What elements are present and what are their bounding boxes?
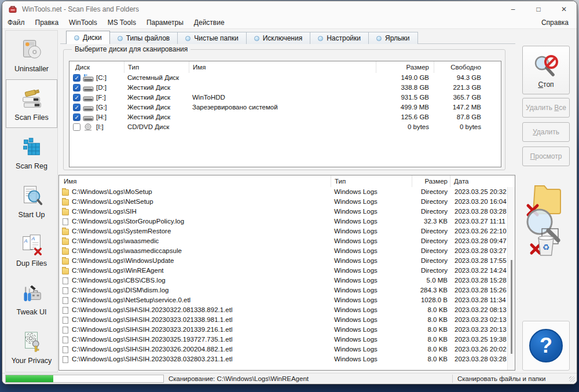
menu-options[interactable]: Параметры	[141, 17, 189, 28]
delete-all-button[interactable]: Удалить Все	[522, 98, 570, 118]
help-button[interactable]: ?	[522, 321, 570, 371]
file-icon	[63, 307, 68, 314]
recycle-bin-icon: ♻	[528, 233, 564, 261]
disk-checkbox[interactable]: ✓	[73, 84, 80, 91]
disk-checkbox[interactable]: ✓	[73, 94, 80, 101]
table-row[interactable]: C:\Windows\Logs\WinREAgentWindows LogsDi…	[59, 266, 515, 276]
disk-checkbox[interactable]: ✓	[73, 74, 80, 82]
file-icon	[63, 336, 68, 343]
table-row[interactable]: C:\Windows\Logs\SIH\SIH.20230328.032803.…	[59, 354, 515, 364]
drive-free: 221.3 GB	[434, 83, 501, 93]
table-row[interactable]: C:\Windows\Logs\SIH\SIH.20230323.201339.…	[59, 325, 515, 335]
file-path: C:\Windows\Logs\CBS\CBS.log	[72, 276, 166, 285]
col-name[interactable]: Имя	[59, 175, 331, 187]
table-row[interactable]: C:\Windows\Logs\SIHWindows LogsDirectory…	[59, 207, 515, 217]
table-row[interactable]: C:\Windows\Logs\NetSetup\service.0.etlWi…	[59, 295, 515, 305]
disk-row[interactable]: ✓ [F:] Жесткий Диск WinToHDD 931.5 GB 36…	[69, 93, 501, 102]
table-row[interactable]: C:\Windows\Logs\waasmedicWindows LogsDir…	[59, 236, 515, 246]
disk-checkbox[interactable]: ✓	[73, 113, 80, 121]
file-path: C:\Windows\Logs\DISM\dism.log	[72, 285, 168, 295]
tab-dot-icon	[185, 36, 190, 41]
file-date: 2023.03.20 16:04	[450, 197, 515, 207]
menu-mstools[interactable]: MS Tools	[102, 17, 141, 28]
col-size[interactable]: Размер	[376, 61, 434, 73]
sidebar-item-uninstaller[interactable]: Uninstaller	[6, 31, 57, 79]
file-type: Windows Logs	[331, 226, 412, 236]
file-path: C:\Windows\Logs\SIH\SIH.20230323.201339.…	[72, 325, 232, 335]
tab-settings[interactable]: Настройки	[310, 32, 369, 44]
table-row[interactable]: C:\Windows\Logs\NetSetupWindows LogsDire…	[59, 197, 515, 207]
file-type: Windows Logs	[331, 335, 412, 345]
table-row[interactable]: C:\Windows\Logs\MoSetupWindows LogsDirec…	[59, 187, 515, 197]
maximize-button[interactable]: □	[526, 1, 551, 17]
col-size[interactable]: Размер	[412, 175, 450, 187]
sidebar-item-scan-files[interactable]: Scan Files	[6, 79, 57, 128]
minimize-button[interactable]: –	[500, 1, 526, 17]
close-button[interactable]: ✕	[551, 1, 577, 17]
view-button[interactable]: Просмотр	[522, 146, 570, 166]
disk-checkbox[interactable]: ✓	[73, 104, 80, 111]
sidebar-item-dup-files[interactable]: A A Dup Files	[6, 226, 57, 274]
disk-row[interactable]: ✓ [G:] Жесткий Диск Зарезервировано сист…	[69, 102, 501, 112]
sidebar-item-scan-reg[interactable]: Scan Reg	[6, 128, 57, 177]
delete-button[interactable]: Удалить	[522, 122, 570, 142]
table-row[interactable]: C:\Windows\Logs\SIH\SIH.20230326.200204.…	[59, 345, 515, 354]
sidebar-item-tweak-ui[interactable]: Tweak UI	[6, 274, 57, 323]
table-row[interactable]: C:\Windows\Logs\SystemRestoreWindows Log…	[59, 226, 515, 236]
table-row[interactable]: C:\Windows\Logs\SIH\SIH.20230323.021338.…	[59, 315, 515, 325]
resize-grip[interactable]	[569, 376, 575, 382]
tab-exclusions[interactable]: Исключения	[247, 32, 311, 44]
tab-file-types[interactable]: Типы файлов	[110, 32, 178, 44]
file-icon	[63, 317, 68, 324]
stop-button[interactable]: Стоп	[522, 46, 570, 94]
file-size: 8.0 KB	[412, 335, 450, 345]
menu-action[interactable]: Действие	[189, 17, 230, 28]
file-size: Directory	[412, 197, 450, 207]
table-row[interactable]: C:\Windows\Logs\SIH\SIH.20230325.193727.…	[59, 335, 515, 345]
file-type: Windows Logs	[331, 315, 412, 325]
drive-type: Жесткий Диск	[124, 93, 189, 102]
drive-type: Жесткий Диск	[124, 83, 189, 93]
disk-row[interactable]: ✓ [D:] Жесткий Диск 338.8 GB 221.3 GB	[69, 83, 501, 93]
col-type[interactable]: Тип	[124, 61, 189, 73]
start-up-icon	[19, 184, 45, 208]
col-disk[interactable]: Диск	[69, 61, 124, 73]
file-size: 8.0 KB	[412, 345, 450, 354]
disk-checkbox[interactable]: ✓	[73, 123, 80, 131]
col-free[interactable]: Свободно	[434, 61, 501, 73]
tab-label: Исключения	[263, 34, 303, 42]
menu-wintools[interactable]: WinTools	[64, 17, 102, 28]
drive-size: 931.5 GB	[376, 93, 434, 102]
file-size: 1028.0 B	[412, 295, 450, 305]
disk-row[interactable]: ✓ [H:] Жесткий Диск 125.6 GB 87.8 GB	[69, 112, 501, 122]
disk-row[interactable]: ✓ [I:] CD/DVD Диск 0 bytes 0 bytes	[69, 122, 501, 132]
table-row[interactable]: C:\Windows\Logs\CBS\CBS.logWindows Logs5…	[59, 276, 515, 285]
col-date[interactable]: Дата	[450, 175, 515, 187]
col-name[interactable]: Имя	[189, 61, 376, 73]
col-type[interactable]: Тип	[331, 175, 412, 187]
scrollbar-thumb[interactable]	[511, 260, 512, 353]
file-date: 2023.03.25 19:38	[450, 335, 515, 345]
table-row[interactable]: C:\Windows\Logs\WindowsUpdateWindows Log…	[59, 256, 515, 266]
menu-edit[interactable]: Правка	[30, 17, 64, 28]
menu-help[interactable]: Справка	[533, 17, 577, 28]
disk-table-header: Диск Тип Имя Размер Свободно	[69, 61, 501, 73]
file-date: 2023.03.28 03:28	[450, 354, 515, 364]
tab-empty-folders[interactable]: Чистые папки	[178, 32, 246, 44]
app-toolbox-icon	[8, 5, 17, 14]
vertical-scrollbar[interactable]	[507, 187, 515, 370]
file-size: Directory	[412, 266, 450, 276]
table-row[interactable]: C:\Windows\Logs\SIH\SIH.20230322.081338.…	[59, 305, 515, 315]
tab-shortcuts[interactable]: Ярлыки	[369, 32, 418, 44]
sidebar-item-your-privacy[interactable]: Your Privacy	[6, 323, 57, 372]
tab-disks[interactable]: Диски	[66, 31, 110, 44]
table-row[interactable]: C:\Windows\Logs\DISM\dism.logWindows Log…	[59, 285, 515, 295]
table-row[interactable]: C:\Windows\Logs\StorGroupPolicy.logWindo…	[59, 217, 515, 226]
sidebar: Uninstaller Scan Files	[5, 30, 58, 372]
table-row[interactable]: C:\Windows\Logs\waasmediccapsuleWindows …	[59, 246, 515, 256]
drive-name: WinToHDD	[189, 93, 376, 102]
sidebar-item-start-up[interactable]: Start Up	[6, 177, 57, 225]
menu-file[interactable]: Файл	[2, 17, 30, 28]
drive-letter: [C:]	[96, 73, 107, 83]
disk-row[interactable]: ✓ [C:] Системный Диск 149.0 GB 94.3 GB	[69, 73, 501, 83]
